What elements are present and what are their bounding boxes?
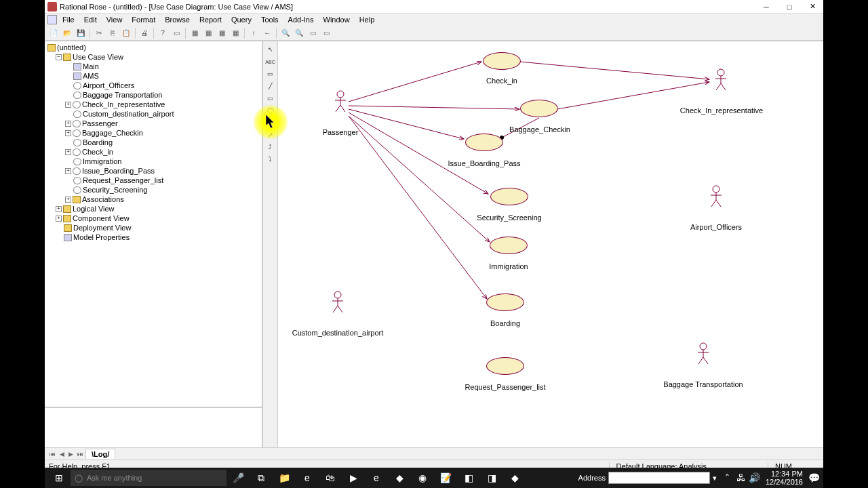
anchor-tool[interactable]: ╱ — [264, 81, 277, 92]
edge-icon[interactable]: e — [296, 469, 319, 487]
usecase-boarding[interactable] — [486, 293, 524, 311]
spec3-icon[interactable]: ▦ — [216, 27, 228, 39]
cortana-search[interactable]: ◯ Ask me anything — [71, 470, 226, 486]
gen-tool[interactable]: ⤵ — [264, 154, 277, 165]
tree-item[interactable]: Custom_destination_airport — [46, 109, 260, 119]
tray-up-icon[interactable]: ˄ — [721, 469, 734, 487]
paste-icon[interactable]: 📋 — [120, 27, 132, 39]
address-dropdown-icon[interactable]: ▾ — [713, 474, 717, 483]
tray-net-icon[interactable]: 🖧 — [734, 469, 748, 487]
model-tree[interactable]: (untitled) −Use Case View Main AMS Airpo… — [45, 41, 262, 407]
menu-format[interactable]: Format — [127, 15, 159, 24]
save-icon[interactable]: 💾 — [75, 27, 87, 39]
spec2-icon[interactable]: ▦ — [202, 27, 214, 39]
tab-first-icon[interactable]: ⏮ — [47, 451, 58, 458]
actor-passenger[interactable] — [334, 90, 347, 113]
usecase-request-pl[interactable] — [486, 357, 524, 375]
tab-prev-icon[interactable]: ◀ — [58, 451, 66, 458]
app3-icon[interactable]: ◧ — [457, 469, 480, 487]
close-button[interactable]: ✕ — [804, 1, 821, 12]
diagram-canvas[interactable]: Passenger Check_In_representative Airpor… — [278, 41, 823, 447]
fit-icon[interactable]: ▭ — [307, 27, 319, 39]
store-icon[interactable]: 🛍 — [319, 469, 342, 487]
tree-item[interactable]: +Associations — [46, 195, 260, 204]
tree-item[interactable]: Main — [46, 62, 260, 71]
usecase-security[interactable] — [490, 188, 528, 205]
usecase-baggage-checkin[interactable] — [520, 100, 558, 117]
actor-custom-dest[interactable] — [331, 291, 344, 314]
menu-addins[interactable]: Add-Ins — [284, 15, 318, 24]
rose-taskbar-icon[interactable]: ◆ — [503, 469, 526, 487]
tree-item[interactable]: Immigration — [46, 157, 260, 166]
menu-browse[interactable]: Browse — [161, 15, 194, 24]
tree-item[interactable]: Request_Passenger_list — [46, 176, 260, 185]
maximize-button[interactable]: □ — [781, 1, 797, 12]
usecase-issue-boarding[interactable] — [465, 134, 503, 151]
cut-icon[interactable]: ✂ — [93, 27, 105, 39]
note-tool[interactable]: ▭ — [264, 68, 277, 79]
zoom1-icon[interactable]: 🔍 — [279, 27, 292, 39]
note-icon[interactable]: 📝 — [434, 469, 457, 487]
spec4-icon[interactable]: ▦ — [229, 27, 241, 39]
tree-item[interactable]: Airport_Officers — [46, 81, 260, 90]
actor-tool[interactable]: 옷 — [264, 117, 277, 128]
tree-logical-view[interactable]: +Logical View — [46, 204, 260, 214]
menu-edit[interactable]: Edit — [80, 15, 101, 24]
assoc-tool[interactable]: ↗ — [264, 129, 277, 140]
tree-model-props[interactable]: Model Properties — [46, 232, 260, 242]
zoom2-icon[interactable]: 🔍 — [293, 27, 305, 39]
print-icon[interactable]: 🖨 — [138, 27, 151, 39]
minimize-button[interactable]: ─ — [758, 1, 774, 12]
tree-root[interactable]: (untitled) — [46, 43, 260, 52]
usecase-check-in[interactable] — [483, 52, 521, 70]
tree-component-view[interactable]: +Component View — [46, 214, 260, 223]
depend-tool[interactable]: ⤴ — [264, 142, 277, 152]
actor-baggage-trans[interactable] — [696, 342, 710, 365]
usecase-immigration[interactable] — [490, 237, 528, 254]
tree-item[interactable]: Baggage Transportation — [46, 90, 260, 100]
start-button[interactable]: ⊞ — [47, 469, 71, 487]
taskview-icon[interactable]: ⧉ — [250, 469, 273, 487]
package-tool[interactable]: ▭ — [264, 93, 277, 104]
tray-vol-icon[interactable]: 🔊 — [748, 469, 762, 487]
tree-item[interactable]: +Passenger — [46, 119, 260, 128]
tree-item[interactable]: +Issue_Boarding_Pass — [46, 166, 260, 176]
tree-item[interactable]: Security_Screening — [46, 185, 260, 195]
menu-tools[interactable]: Tools — [257, 15, 283, 24]
ie-icon[interactable]: e — [365, 469, 388, 487]
new-icon[interactable]: 📄 — [47, 27, 60, 39]
menu-file[interactable]: File — [58, 15, 79, 24]
back-icon[interactable]: ← — [261, 27, 273, 39]
explorer-icon[interactable]: 📁 — [273, 469, 296, 487]
help-icon[interactable]: ? — [157, 27, 169, 39]
app-icon[interactable]: ▶ — [342, 469, 365, 487]
tab-next-icon[interactable]: ▶ — [66, 451, 75, 458]
usecase-tool[interactable]: ◯ — [264, 105, 277, 116]
menu-view[interactable]: View — [102, 15, 127, 24]
copy-icon[interactable]: ⎘ — [106, 27, 119, 39]
tab-log[interactable]: \Log/ — [85, 449, 115, 459]
actor-airport-officers[interactable] — [709, 185, 723, 208]
address-input[interactable] — [608, 472, 710, 484]
menu-window[interactable]: Window — [319, 15, 354, 24]
tree-item[interactable]: +Baggage_Checkin — [46, 128, 260, 138]
menu-help[interactable]: Help — [355, 15, 379, 24]
open-icon[interactable]: 📂 — [61, 27, 73, 39]
browse-icon[interactable]: ▭ — [170, 27, 182, 39]
system-clock[interactable]: 12:34 PM 12/24/2016 — [762, 470, 807, 486]
tree-item[interactable]: +Check_In_representative — [46, 100, 260, 109]
menu-report[interactable]: Report — [195, 15, 226, 24]
app4-icon[interactable]: ◨ — [480, 469, 503, 487]
tool-icon[interactable]: ▭ — [320, 27, 332, 39]
spec1-icon[interactable]: ▦ — [189, 27, 201, 39]
nav1-icon[interactable]: ↕ — [248, 27, 260, 39]
chrome-icon[interactable]: ◉ — [411, 469, 434, 487]
documentation-pane[interactable] — [45, 407, 262, 447]
tab-last-icon[interactable]: ⏭ — [75, 451, 85, 458]
app2-icon[interactable]: ◆ — [388, 469, 411, 487]
notifications-icon[interactable]: 💬 — [807, 469, 821, 487]
menu-query[interactable]: Query — [227, 15, 256, 24]
tree-item[interactable]: +Check_in — [46, 147, 260, 157]
tree-item[interactable]: AMS — [46, 71, 260, 81]
mic-icon[interactable]: 🎤 — [226, 469, 250, 487]
